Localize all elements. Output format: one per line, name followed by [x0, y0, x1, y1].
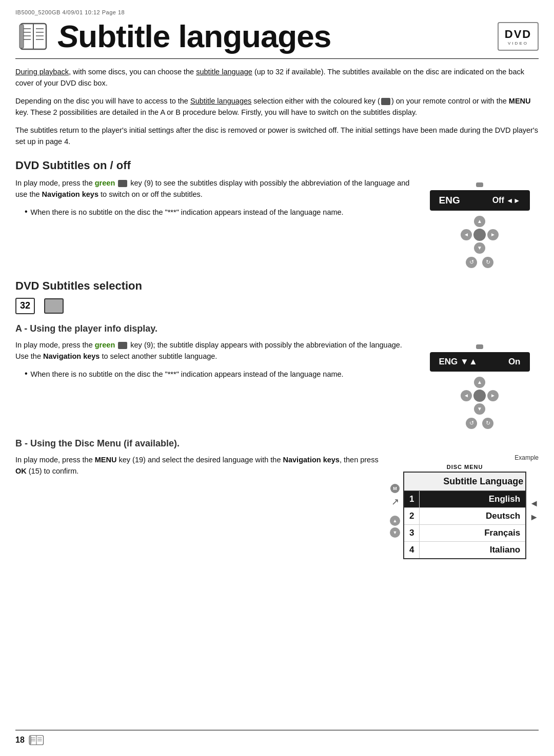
title-wrapper: Subtitle languages [15, 18, 331, 54]
menu-with-arrows-b: M ↗ ▲ ▼ DISC MENU Subtitle Language [390, 462, 539, 559]
menu-left-arrows: M ↗ ▲ ▼ [390, 484, 400, 538]
title-rest: ubtitle languages [78, 18, 331, 54]
disc-menu-label: DISC MENU [403, 462, 526, 472]
svg-rect-10 [19, 25, 24, 48]
badge-32: 32 [15, 298, 35, 314]
nav-btns-b: ▲ ▼ [390, 516, 400, 538]
subsectionB-menu: Example M ↗ ▲ ▼ DISC MENU [390, 454, 539, 559]
subtitle-icon [44, 298, 64, 314]
divider-line [15, 58, 539, 59]
display-screen-a: ENG ▼▲ On [430, 352, 530, 372]
nav-cross-a: ▲ ◄ ► ▼ [461, 377, 499, 415]
display-status-1: Off ◄► [492, 196, 521, 205]
disc-menu-table: Subtitle Language 1 English 2 Deutsch 3 [403, 472, 526, 559]
disc-menu-subtitle-language: Subtitle Language [404, 472, 526, 491]
intro-para-3: The subtitles return to the player's ini… [15, 125, 539, 148]
footer-line [15, 730, 539, 730]
row3-lang: Français [420, 524, 526, 541]
subsectionB-layout: In play mode, press the MENU key (19) an… [15, 454, 539, 559]
intro-para-1: During playback, with some discs, you ca… [15, 66, 539, 89]
intro-para-2: Depending on the disc you will have to a… [15, 95, 539, 118]
main-title: Subtitle languages [57, 21, 331, 52]
menu-right-arrows: ◄ ► [529, 498, 539, 523]
subsectionA-display: ENG ▼▲ On ▲ ◄ ► ▼ [421, 339, 539, 429]
section2-heading: DVD Subtitles selection [15, 279, 539, 293]
nav-cross-1: ▲ ◄ ► ▼ [461, 216, 499, 254]
display-screen-1: ENG Off ◄► [430, 190, 530, 211]
display-status-a: On [508, 357, 521, 367]
section1-bullet: • When there is no subtitle on the disc … [25, 207, 410, 218]
example-label: Example [390, 454, 539, 461]
section1-body: In play mode, press the green key (9) to… [15, 177, 410, 200]
disc-menu-header-row: Subtitle Language [404, 472, 526, 491]
print-header: IB5000_5200GB 4/09/01 10:12 Page 18 [15, 9, 539, 15]
title-first-letter: S [57, 18, 78, 54]
section1-layout: In play mode, press the green key (9) to… [15, 177, 539, 268]
row4-lang: Italiano [420, 541, 526, 559]
page-number: 18 [15, 735, 25, 745]
disc-menu-table-wrapper: DISC MENU Subtitle Language 1 English 2 … [403, 462, 526, 559]
svg-rect-13 [29, 737, 31, 744]
footer-book-icon [29, 734, 44, 746]
display-lang-1: ENG [439, 195, 460, 206]
subsectionA-heading: A - Using the player info display. [15, 323, 539, 334]
disc-menu-row-1: 1 English [404, 491, 526, 507]
section1-text: In play mode, press the green key (9) to… [15, 177, 410, 220]
section1-display: ENG Off ◄► ▲ ◄ ► [421, 177, 539, 268]
disc-menu-row-3: 3 Français [404, 524, 526, 541]
dvd-logo: DVD VIDEO [498, 22, 539, 51]
dvd-logo-text: DVD [505, 28, 531, 41]
display-lang-a: ENG ▼▲ [439, 357, 478, 367]
row3-num: 3 [404, 524, 420, 541]
row4-num: 4 [404, 541, 420, 559]
subsectionB-body: In play mode, press the MENU key (19) an… [15, 454, 380, 477]
remote-sensor [476, 182, 483, 187]
subsectionA-text: In play mode, press the green key (9); t… [15, 339, 410, 382]
right-arrow-up: ◄ [529, 498, 539, 509]
bottom-arrows-1: ↺ ↻ [466, 257, 493, 268]
subsectionB-heading: B - Using the Disc Menu (if available). [15, 438, 539, 449]
book-icon [15, 18, 51, 54]
remote-sensor-a [476, 344, 483, 349]
title-section: Subtitle languages DVD VIDEO [15, 18, 539, 54]
section1-heading: DVD Subtitles on / off [15, 159, 539, 172]
row1-num: 1 [404, 491, 420, 507]
left-arrow-icon: ↗ [391, 496, 399, 507]
disc-menu-row-2: 2 Deutsch [404, 507, 526, 524]
row1-lang: English [420, 491, 526, 507]
subsectionA-body: In play mode, press the green key (9); t… [15, 339, 410, 362]
subsectionA-layout: In play mode, press the green key (9); t… [15, 339, 539, 429]
page-footer: 18 [15, 734, 44, 746]
dvd-logo-sub: VIDEO [508, 41, 528, 46]
right-arrow-dn: ► [529, 512, 539, 523]
page-container: IB5000_5200GB 4/09/01 10:12 Page 18 Subt… [0, 0, 554, 756]
row2-lang: Deutsch [420, 507, 526, 524]
badge-row: 32 [15, 298, 539, 314]
subsectionA-bullet: • When there is no subtitle on the disc … [25, 369, 410, 380]
menu-btn-icon: M [390, 484, 400, 493]
subsectionB-text: In play mode, press the MENU key (19) an… [15, 454, 380, 483]
row2-num: 2 [404, 507, 420, 524]
bottom-arrows-a: ↺ ↻ [466, 418, 493, 429]
disc-menu-row-4: 4 Italiano [404, 541, 526, 559]
